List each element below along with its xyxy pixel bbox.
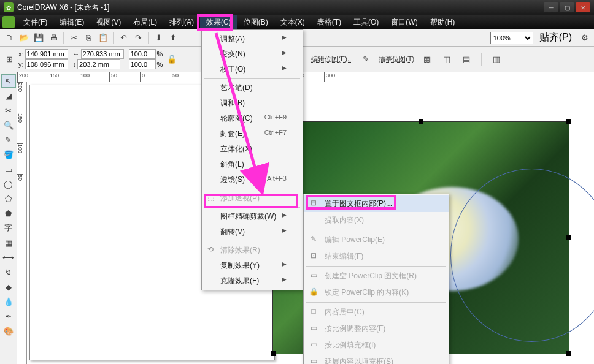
freehand-tool[interactable]: ✎: [1, 133, 16, 146]
trace-bitmap-link[interactable]: 描摹位图(T): [379, 55, 414, 64]
connector-tool[interactable]: ↯: [1, 265, 16, 279]
menuitem[interactable]: 调整(A)▶: [202, 31, 303, 47]
new-button[interactable]: 🗋: [2, 31, 16, 45]
menu-edit[interactable]: 编辑(E): [53, 15, 90, 30]
smart-fill-tool[interactable]: 🪣: [1, 148, 16, 161]
powerclip-submenu: ⊟置于图文框内部(P)...提取内容(X)✎编辑 PowerClip(E)⊡结束…: [303, 194, 449, 364]
copy-button[interactable]: ⎘: [82, 31, 95, 45]
menu-view[interactable]: 视图(V): [90, 15, 127, 30]
horizontal-ruler: 20015010050050100150200250300: [17, 72, 594, 82]
menuitem[interactable]: 复制效果(Y)▶: [202, 258, 303, 273]
menuitem: ⟲清除效果(R): [202, 243, 303, 258]
cut-button[interactable]: ✂: [67, 31, 80, 45]
options-button[interactable]: ⚙: [578, 31, 592, 45]
menu-bar: 文件(F) 编辑(E) 视图(V) 布局(L) 排列(A) 效果(C) 位图(B…: [0, 15, 594, 29]
submenuitem: 提取内容(X): [304, 212, 449, 229]
app-logo-icon: ✿: [4, 2, 14, 12]
zoom-tool[interactable]: 🔍: [1, 118, 16, 132]
x-label: x:: [18, 50, 24, 58]
window-title: CorelDRAW X6 - [未命名 -1]: [17, 2, 109, 13]
y-label: y:: [18, 61, 24, 68]
menu-arrange[interactable]: 排列(A): [163, 15, 200, 30]
snap-label[interactable]: 贴齐(P): [539, 31, 572, 44]
outline-tool[interactable]: ✒: [1, 309, 16, 323]
dimension-tool[interactable]: ⟷: [1, 251, 16, 264]
submenuitem: 🔒锁定 PowerClip 的内容(K): [304, 284, 449, 301]
bmp-tool-4[interactable]: ▥: [490, 53, 503, 66]
submenuitem[interactable]: ⊟置于图文框内部(P)...: [304, 195, 449, 212]
save-button[interactable]: 💾: [32, 31, 45, 45]
fill-tool[interactable]: 🎨: [1, 324, 16, 338]
submenuitem: □内容居中(C): [304, 304, 449, 320]
scale-y-input[interactable]: [129, 59, 156, 69]
menuitem[interactable]: 克隆效果(F)▶: [202, 273, 303, 289]
maximize-button[interactable]: ▢: [560, 2, 574, 12]
selection-handle[interactable]: [271, 351, 276, 356]
menu-help[interactable]: 帮助(H): [424, 15, 461, 30]
pick-tool[interactable]: ↖: [1, 74, 16, 88]
selection-handle[interactable]: [566, 351, 571, 356]
edit-bitmap-link[interactable]: 编辑位图(E)...: [311, 55, 353, 64]
minimize-button[interactable]: ─: [544, 2, 558, 12]
ellipse-tool[interactable]: ◯: [1, 177, 16, 191]
open-button[interactable]: 📂: [17, 31, 31, 45]
menu-text[interactable]: 文本(X): [274, 15, 311, 30]
submenuitem: ▭按比例填充框(I): [304, 337, 449, 354]
menu-effects[interactable]: 效果(C): [200, 15, 237, 30]
eyedropper-tool[interactable]: 💧: [1, 295, 16, 308]
export-button[interactable]: ⬆: [166, 31, 180, 45]
table-tool[interactable]: ▦: [1, 236, 16, 249]
menuitem[interactable]: 翻转(V)▶: [202, 224, 303, 240]
selection-handle[interactable]: [566, 119, 571, 124]
interactive-tool[interactable]: ◆: [1, 280, 16, 294]
redo-button[interactable]: ↷: [131, 31, 145, 45]
polygon-tool[interactable]: ⬠: [1, 192, 16, 205]
basic-shapes-tool[interactable]: ⬟: [1, 207, 16, 220]
bmp-tool-3[interactable]: ▤: [460, 53, 473, 66]
crop-tool[interactable]: ✂: [1, 104, 16, 117]
submenuitem: ⊡结束编辑(F): [304, 248, 449, 265]
bmp-tool-2[interactable]: ◫: [440, 53, 453, 66]
menuitem[interactable]: 轮廓图(C)Ctrl+F9: [202, 111, 303, 126]
print-button[interactable]: 🖶: [47, 31, 60, 45]
x-input[interactable]: [25, 49, 68, 59]
menuitem[interactable]: 图框精确剪裁(W)▶: [202, 209, 303, 224]
ellipse-shape[interactable]: [450, 169, 594, 343]
submenuitem: ▭创建空 PowerClip 图文框(R): [304, 268, 449, 284]
zoom-select[interactable]: 100%: [490, 32, 533, 44]
menuitem[interactable]: 校正(O)▶: [202, 62, 303, 77]
text-tool[interactable]: 字: [1, 221, 16, 235]
menu-file[interactable]: 文件(F): [17, 15, 53, 30]
position-icon: ⊞: [2, 53, 16, 66]
menu-layout[interactable]: 布局(L): [127, 15, 163, 30]
menu-tools[interactable]: 工具(O): [347, 15, 385, 30]
menu-bitmap[interactable]: 位图(B): [237, 15, 274, 30]
menuitem[interactable]: 斜角(L): [202, 157, 303, 172]
menu-window[interactable]: 窗口(W): [385, 15, 423, 30]
selection-handle[interactable]: [566, 235, 571, 240]
menuitem[interactable]: 艺术笔(D): [202, 80, 303, 96]
y-input[interactable]: [25, 59, 68, 69]
paste-button[interactable]: 📋: [96, 31, 110, 45]
height-input[interactable]: [77, 59, 120, 69]
submenuitem: ▭延展内容以填充框(S): [304, 354, 449, 364]
scale-x-input[interactable]: [129, 49, 156, 59]
lock-ratio-button[interactable]: 🔓: [165, 53, 179, 66]
toolbox: ↖ ◢ ✂ 🔍 ✎ 🪣 ▭ ◯ ⬠ ⬟ 字 ▦ ⟷ ↯ ◆ 💧 ✒ 🎨: [0, 72, 17, 364]
undo-button[interactable]: ↶: [117, 31, 130, 45]
menuitem[interactable]: 封套(E)Ctrl+F7: [202, 126, 303, 142]
trace-bitmap-icon[interactable]: ✎: [359, 53, 372, 66]
bmp-tool-1[interactable]: ▩: [420, 53, 434, 66]
menuitem[interactable]: 调和(B): [202, 96, 303, 111]
menu-table[interactable]: 表格(T): [311, 15, 347, 30]
menuitem[interactable]: 立体化(X): [202, 142, 303, 157]
selection-handle[interactable]: [418, 119, 423, 124]
menuitem: ⬚添加透视(P): [202, 191, 303, 206]
close-button[interactable]: ✕: [576, 2, 590, 12]
shape-tool[interactable]: ◢: [1, 89, 16, 102]
width-input[interactable]: [81, 49, 124, 59]
menuitem[interactable]: 变换(N)▶: [202, 47, 303, 62]
import-button[interactable]: ⬇: [152, 31, 165, 45]
rectangle-tool[interactable]: ▭: [1, 162, 16, 176]
menuitem[interactable]: 透镜(S)Alt+F3: [202, 172, 303, 188]
